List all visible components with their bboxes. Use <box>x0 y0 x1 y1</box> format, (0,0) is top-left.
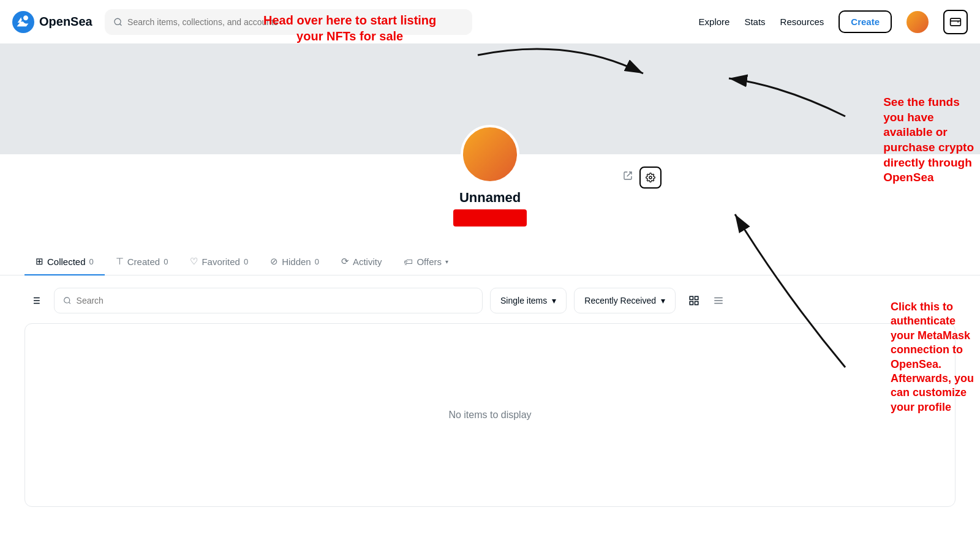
chevron-down-icon: ▾ <box>661 296 665 305</box>
svg-rect-15 <box>695 296 698 299</box>
opensea-logo-icon <box>12 11 34 33</box>
empty-message: No items to display <box>448 410 531 421</box>
tab-created-label: Created <box>127 257 160 267</box>
recently-received-dropdown[interactable]: Recently Received ▾ <box>574 288 676 313</box>
single-items-dropdown[interactable]: Single items ▾ <box>490 288 567 313</box>
profile-name: Unnamed <box>459 190 521 206</box>
chevron-down-icon: ▾ <box>552 296 556 305</box>
tab-hidden-label: Hidden <box>282 257 311 267</box>
list-view-button[interactable] <box>707 290 729 312</box>
collected-icon: ⊞ <box>36 256 43 267</box>
tab-activity-label: Activity <box>353 257 382 267</box>
nav-links: Explore Stats Resources Create <box>699 10 968 34</box>
tab-hidden[interactable]: ⊘ Hidden 0 <box>259 249 330 275</box>
profile-address <box>453 209 527 227</box>
brand-name: OpenSea <box>39 15 92 29</box>
nav-resources[interactable]: Resources <box>780 17 824 27</box>
tab-hidden-count: 0 <box>315 257 319 266</box>
list-icon <box>713 295 724 306</box>
svg-line-4 <box>627 172 631 176</box>
wallet-icon <box>949 16 962 28</box>
svg-point-1 <box>115 18 121 24</box>
tab-favorited[interactable]: ♡ Favorited 0 <box>179 249 259 275</box>
single-items-label: Single items <box>500 296 547 305</box>
search-icon <box>63 296 72 305</box>
svg-point-12 <box>64 298 70 303</box>
avatar[interactable] <box>907 11 929 33</box>
svg-point-5 <box>649 176 652 179</box>
svg-rect-14 <box>690 296 693 299</box>
filter-toggle-button[interactable] <box>24 290 47 312</box>
nav-stats[interactable]: Stats <box>744 17 765 27</box>
chevron-down-icon: ▾ <box>445 258 448 265</box>
content-toolbar: Single items ▾ Recently Received ▾ <box>24 288 956 313</box>
content-area: Single items ▾ Recently Received ▾ No it… <box>0 275 980 519</box>
tab-favorited-label: Favorited <box>202 257 240 267</box>
tab-offers[interactable]: 🏷 Offers ▾ <box>393 249 459 275</box>
grid-view-button[interactable] <box>683 290 705 312</box>
view-toggle <box>683 290 729 312</box>
wallet-button[interactable] <box>943 10 968 34</box>
svg-line-13 <box>69 302 70 304</box>
svg-rect-3 <box>951 18 961 26</box>
grid-icon <box>688 295 699 306</box>
navbar: OpenSea Explore Stats Resources Create <box>0 0 980 44</box>
tab-created-count: 0 <box>164 257 168 266</box>
search-bar[interactable] <box>105 9 472 35</box>
share-button[interactable] <box>619 167 637 185</box>
hidden-icon: ⊘ <box>270 256 278 267</box>
profile-section: Unnamed <box>0 154 980 239</box>
offers-icon: 🏷 <box>404 257 413 267</box>
gear-icon <box>646 173 655 182</box>
item-search-box[interactable] <box>54 288 483 313</box>
heart-icon: ♡ <box>190 256 198 267</box>
tab-created[interactable]: ⊤ Created 0 <box>105 249 179 275</box>
empty-state: No items to display <box>24 323 956 507</box>
create-button[interactable]: Create <box>839 10 892 33</box>
activity-icon: ⟳ <box>341 256 349 267</box>
recently-received-label: Recently Received <box>584 296 656 305</box>
tab-collected-label: Collected <box>47 257 86 267</box>
tab-activity[interactable]: ⟳ Activity <box>330 249 393 275</box>
logo[interactable]: OpenSea <box>12 11 92 33</box>
svg-line-2 <box>119 23 121 25</box>
item-search-input[interactable] <box>77 296 473 305</box>
svg-rect-16 <box>690 302 693 305</box>
search-input[interactable] <box>127 17 464 27</box>
tab-collected-count: 0 <box>89 257 94 266</box>
tab-favorited-count: 0 <box>244 257 248 266</box>
tab-offers-label: Offers <box>417 257 442 267</box>
tabs-bar: ⊞ Collected 0 ⊤ Created 0 ♡ Favorited 0 … <box>0 249 980 275</box>
svg-rect-17 <box>695 302 698 305</box>
settings-button[interactable] <box>639 167 662 189</box>
profile-avatar <box>461 125 519 184</box>
share-icon <box>623 171 633 181</box>
filter-icon <box>30 295 41 306</box>
created-icon: ⊤ <box>116 256 124 267</box>
nav-explore[interactable]: Explore <box>699 17 730 27</box>
search-icon <box>113 17 123 27</box>
tab-collected[interactable]: ⊞ Collected 0 <box>24 249 105 275</box>
